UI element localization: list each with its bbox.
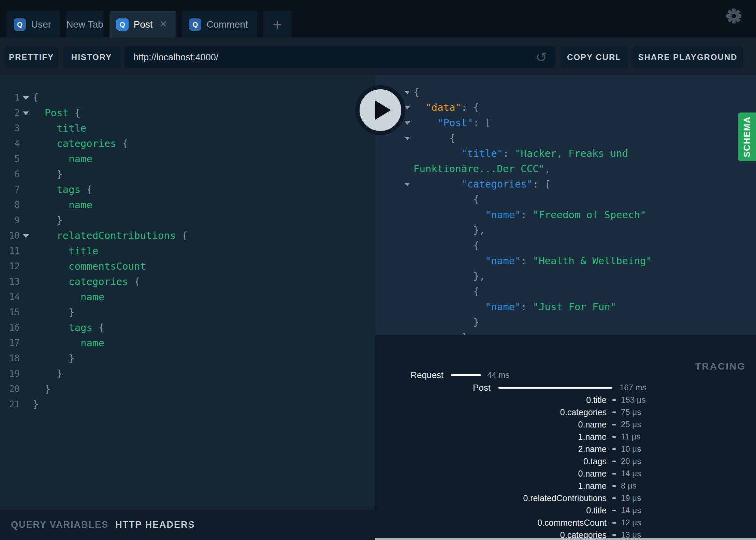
collapse-gutter	[375, 238, 413, 253]
query-line[interactable]: 9}	[0, 213, 375, 228]
tracing-label: 0.title	[586, 394, 607, 406]
response-text: "name": "Freedom of Speech"	[413, 207, 646, 223]
fold-gutter	[20, 381, 33, 397]
query-line[interactable]: 21}	[0, 397, 375, 412]
token: {	[33, 92, 39, 103]
response-line: {	[375, 131, 756, 146]
response-line: }	[375, 315, 756, 330]
tracing-row: 1.name8 μs	[375, 480, 756, 492]
tab-post[interactable]: QPost✕	[110, 11, 176, 38]
token: "name"	[485, 255, 521, 267]
token: name	[81, 337, 104, 349]
query-line[interactable]: 6}	[0, 167, 375, 182]
code-text: tags {	[33, 320, 104, 335]
response-text: {	[413, 238, 479, 253]
code-text: }	[33, 167, 62, 182]
chevron-down-icon[interactable]	[405, 91, 410, 94]
fold-gutter	[20, 305, 33, 320]
query-variables-tab[interactable]: QUERY VARIABLES	[11, 520, 108, 530]
query-line[interactable]: 18}	[0, 351, 375, 366]
query-line[interactable]: 15}	[0, 305, 375, 320]
copy-curl-button[interactable]: COPY CURL	[561, 46, 628, 68]
line-number: 2	[0, 105, 20, 121]
query-editor[interactable]: 1{2Post {3title4categories {5name6}7tags…	[0, 75, 375, 510]
tracing-value: 44 ms	[487, 369, 509, 381]
token: "categories"	[461, 178, 533, 190]
query-line[interactable]: 4categories {	[0, 136, 375, 151]
history-button[interactable]: HISTORY	[63, 46, 120, 68]
line-number: 9	[0, 213, 20, 228]
execute-play-button[interactable]	[355, 85, 405, 135]
settings-gear-icon[interactable]	[726, 8, 742, 24]
tracing-bar	[612, 510, 616, 511]
chevron-down-icon[interactable]	[405, 183, 410, 186]
query-line[interactable]: 3title	[0, 121, 375, 136]
token: {	[413, 86, 419, 98]
query-line[interactable]: 19}	[0, 366, 375, 381]
fold-gutter	[20, 90, 33, 105]
response-line: "Post": [	[375, 115, 756, 131]
token: categories	[69, 276, 128, 287]
query-line[interactable]: 10relatedContributions {	[0, 228, 375, 243]
query-line[interactable]: 13categories {	[0, 274, 375, 289]
fold-gutter	[20, 243, 33, 259]
chevron-down-icon[interactable]	[405, 137, 410, 140]
line-number: 5	[0, 151, 20, 167]
tracing-row: Request44 ms	[375, 369, 756, 381]
token: :	[521, 255, 533, 267]
fold-gutter	[20, 197, 33, 213]
schema-side-tab[interactable]: SCHEMA	[738, 112, 756, 161]
response-text: {	[413, 284, 479, 299]
query-line[interactable]: 7tags {	[0, 182, 375, 197]
http-headers-tab[interactable]: HTTP HEADERS	[115, 520, 195, 530]
token: {	[92, 322, 104, 333]
tracing-bar	[612, 461, 616, 462]
token: :	[521, 209, 533, 221]
query-line[interactable]: 5name	[0, 151, 375, 167]
query-line[interactable]: 8name	[0, 197, 375, 213]
share-playground-button[interactable]: SHARE PLAYGROUND	[633, 46, 743, 68]
tab-comment[interactable]: QComment	[182, 11, 257, 38]
chevron-down-icon[interactable]	[23, 111, 29, 115]
token: {	[473, 240, 479, 251]
response-line: "name": "Freedom of Speech"	[375, 207, 756, 223]
query-line[interactable]: 16tags {	[0, 320, 375, 335]
token: "data"	[425, 102, 461, 113]
query-line[interactable]: 20}	[0, 381, 375, 397]
refresh-schema-icon[interactable]: ↺	[534, 50, 549, 65]
fold-gutter	[20, 351, 33, 366]
token: }	[33, 399, 39, 410]
fold-gutter	[20, 151, 33, 167]
line-number: 21	[0, 397, 20, 412]
chevron-down-icon[interactable]	[23, 234, 29, 238]
response-line: {	[375, 192, 756, 207]
new-tab-button[interactable]: +	[263, 11, 292, 38]
query-line[interactable]: 1{	[0, 90, 375, 105]
chevron-down-icon[interactable]	[405, 106, 410, 109]
query-line[interactable]: 12commentsCount	[0, 259, 375, 274]
fold-gutter	[20, 213, 33, 228]
prettify-button[interactable]: PRETTIFY	[5, 46, 58, 68]
query-line[interactable]: 17name	[0, 335, 375, 351]
endpoint-url-input[interactable]	[125, 46, 555, 68]
query-line[interactable]: 14name	[0, 289, 375, 305]
tracing-horizontal-scrollbar[interactable]	[375, 538, 756, 540]
line-number: 8	[0, 197, 20, 213]
tab-new-tab[interactable]: New Tab	[66, 11, 103, 38]
tracing-value: 11 μs	[621, 431, 640, 443]
query-line[interactable]: 11title	[0, 243, 375, 259]
line-number: 13	[0, 274, 20, 289]
token: "Health & Wellbeing"	[533, 255, 652, 267]
chevron-down-icon[interactable]	[23, 96, 29, 100]
token: title	[57, 122, 86, 134]
token: {	[116, 138, 128, 149]
tracing-label: 0.title	[586, 504, 607, 516]
response-line: Funktionäre...Der CCC",	[375, 161, 756, 177]
tracing-value: 20 μs	[621, 455, 641, 467]
chevron-down-icon[interactable]	[405, 121, 410, 125]
query-line[interactable]: 2Post {	[0, 105, 375, 121]
query-badge-icon: Q	[116, 18, 129, 31]
tab-user[interactable]: QUser	[7, 11, 60, 38]
tab-close-icon[interactable]: ✕	[160, 20, 168, 29]
token: "title"	[461, 148, 503, 159]
